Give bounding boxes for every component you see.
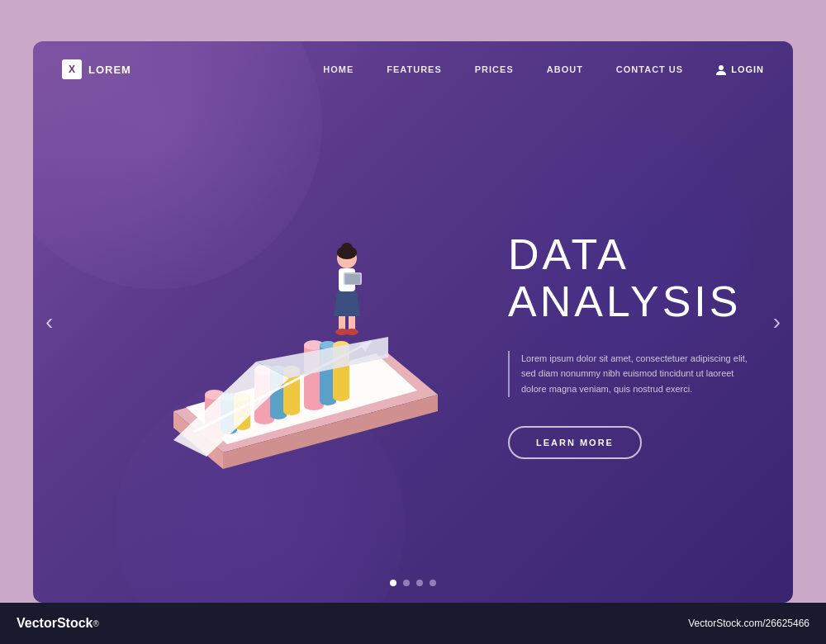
nav-links: HOME FEATURES PRICES ABOUT CONTACT US [323, 64, 683, 74]
prev-arrow[interactable]: ‹ [45, 309, 53, 335]
next-arrow[interactable]: › [773, 309, 781, 335]
learn-more-button[interactable]: LEARN MORE [508, 426, 642, 459]
chart-illustration [99, 188, 446, 485]
nav-contact[interactable]: CONTACT US [616, 64, 683, 74]
vs-url: VectorStock.com/26625466 [688, 618, 809, 629]
nav-features[interactable]: FEATURES [387, 64, 441, 74]
user-icon [716, 64, 726, 75]
navbar: X LOREM HOME FEATURES PRICES ABOUT CONTA… [33, 41, 793, 97]
right-content: DATA ANALYSIS Lorem ipsum dolor sit amet… [483, 215, 764, 475]
svg-point-38 [337, 246, 357, 259]
slide-dots [390, 580, 436, 586]
registered-mark: ® [93, 619, 98, 628]
description-border [508, 351, 510, 397]
illustration-area [62, 188, 483, 485]
logo-icon: X [62, 59, 82, 79]
svg-rect-41 [345, 274, 360, 284]
nav-home[interactable]: HOME [323, 64, 354, 74]
dot-2[interactable] [403, 580, 410, 586]
nav-about[interactable]: ABOUT [547, 64, 583, 74]
login-area[interactable]: LOGIN [716, 64, 764, 75]
svg-point-0 [719, 65, 724, 70]
logo-area: X LOREM [62, 59, 131, 79]
dot-4[interactable] [430, 580, 436, 586]
vs-logo-text: VectorStock [17, 616, 93, 631]
hero-description: Lorem ipsum dolor sit amet, consectetuer… [508, 351, 748, 397]
dot-3[interactable] [416, 580, 423, 586]
bottom-bar: VectorStock® VectorStock.com/26625466 [0, 603, 826, 644]
hero-title: DATA ANALYSIS [508, 231, 748, 325]
login-label: LOGIN [731, 64, 764, 74]
nav-prices[interactable]: PRICES [475, 64, 514, 74]
svg-point-46 [345, 329, 358, 335]
svg-marker-42 [334, 291, 360, 316]
vectorstock-logo: VectorStock® [17, 616, 99, 631]
main-frame: X LOREM HOME FEATURES PRICES ABOUT CONTA… [33, 41, 793, 603]
logo-text: LOREM [88, 64, 131, 76]
description-text: Lorem ipsum dolor sit amet, consectetuer… [521, 351, 748, 397]
main-content: DATA ANALYSIS Lorem ipsum dolor sit amet… [33, 97, 793, 593]
dot-1[interactable] [390, 580, 396, 586]
